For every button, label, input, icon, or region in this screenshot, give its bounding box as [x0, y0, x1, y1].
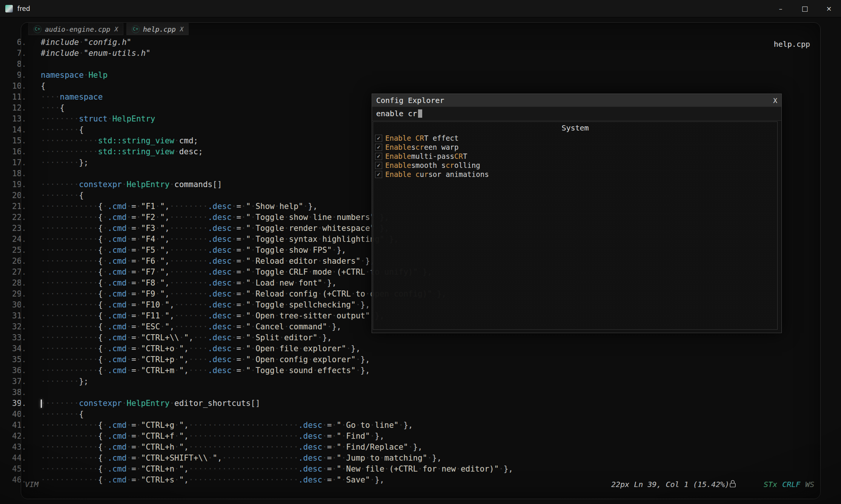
whitespace-dots: ·	[136, 213, 141, 222]
code-token: =	[237, 355, 241, 364]
config-option[interactable]: ✓Enable multi-pass CRT	[373, 152, 777, 161]
code-token: "F3	[141, 224, 155, 233]
code-token: },	[360, 355, 370, 364]
code-text: ········constexpr·HelpEntry·editor_short…	[41, 398, 260, 409]
tab-close-icon[interactable]: X	[180, 26, 184, 33]
code-token: Split	[255, 333, 279, 342]
tab-help-cpp[interactable]: C+help.cppX	[126, 23, 189, 35]
code-text: ············{·.cmd·=·"CTRL+o·",····.desc…	[41, 343, 360, 354]
code-token: Toggle	[255, 246, 284, 255]
whitespace-dots: ·	[251, 267, 255, 277]
code-token: #include	[41, 49, 79, 58]
whitespace-dots: ·	[284, 246, 289, 255]
whitespace-dots: ·	[398, 421, 403, 430]
code-token: .cmd	[108, 355, 127, 364]
code-token: .cmd	[108, 311, 127, 320]
popup-close-icon[interactable]: X	[773, 97, 777, 104]
code-token: =	[237, 366, 241, 375]
whitespace-dots: ·	[418, 464, 423, 473]
code-token: =	[237, 202, 241, 211]
editor-screen: C+audio-engine.cppXC+help.cppX help.cpp …	[0, 17, 841, 504]
code-token: =	[237, 246, 241, 255]
whitespace-dots: ·	[103, 278, 108, 287]
code-text: #include·"enum-utils.h"	[41, 48, 151, 59]
config-search-input[interactable]: enable cr	[372, 107, 781, 121]
whitespace-dots: ············	[41, 464, 98, 473]
checkbox-checked-icon[interactable]: ✓	[375, 171, 382, 178]
checkbox-checked-icon[interactable]: ✓	[375, 153, 382, 160]
code-token: {	[98, 421, 103, 430]
code-token: .cmd	[108, 278, 127, 287]
code-text: ············{·.cmd·=·"CTRL+m·",····.desc…	[41, 365, 370, 376]
code-token: to	[370, 453, 380, 463]
code-token: "	[165, 311, 170, 320]
whitespace-dots: ·	[384, 464, 389, 473]
code-token: "	[246, 246, 251, 255]
whitespace-dots: ·	[332, 267, 337, 277]
whitespace-dots: ·	[322, 278, 327, 287]
whitespace-dots: ············	[41, 344, 98, 353]
config-option[interactable]: ✓Enable CRT effect	[373, 134, 777, 143]
whitespace-dots: ·	[136, 202, 141, 211]
checkbox-checked-icon[interactable]: ✓	[375, 135, 382, 142]
code-token: .cmd	[108, 267, 127, 277]
whitespace-dots: ·	[341, 432, 346, 441]
code-token: .desc	[208, 344, 232, 353]
whitespace-dots: ·	[313, 366, 318, 375]
code-token: ,	[165, 257, 170, 266]
code-token: "F11	[141, 311, 160, 320]
whitespace-dots: ············	[41, 333, 98, 342]
close-button[interactable]: ×	[817, 0, 841, 17]
minimize-button[interactable]: –	[769, 0, 793, 17]
whitespace-dots: ·	[251, 300, 255, 309]
whitespace-dots: ·	[251, 213, 255, 222]
code-token: {	[98, 289, 103, 298]
code-token: =	[131, 443, 136, 452]
code-token: file	[279, 344, 298, 353]
code-text: ············{·.cmd·=·"F2·",········.desc…	[41, 212, 389, 223]
line-number: 45.	[0, 464, 26, 475]
checkbox-checked-icon[interactable]: ✓	[375, 144, 382, 151]
line-number: 39.	[0, 398, 26, 409]
tab-close-icon[interactable]: X	[114, 26, 118, 33]
whitespace-dots: ·	[127, 311, 132, 320]
code-token: =	[237, 267, 241, 277]
code-text: ············std::string_view·cmd;	[41, 135, 198, 146]
code-token: "F6	[141, 257, 155, 266]
code-token: .desc	[208, 257, 232, 266]
code-token: =	[237, 213, 241, 222]
code-token: ,	[184, 421, 189, 430]
code-token: =	[131, 333, 136, 342]
code-token: HelpEntry	[127, 180, 170, 189]
code-token: "	[246, 202, 251, 211]
popup-titlebar[interactable]: Config Explorer X	[372, 94, 781, 107]
code-token: {	[98, 443, 103, 452]
config-option[interactable]: ✓Enable smooth scrolling	[373, 161, 777, 170]
match-highlight: r	[424, 170, 428, 178]
whitespace-dots: ········	[41, 158, 79, 167]
maximize-button[interactable]: □	[793, 0, 817, 17]
config-option[interactable]: ✓Enable screen warp	[373, 143, 777, 152]
code-token: .desc	[208, 246, 232, 255]
code-token: struct	[79, 114, 108, 123]
code-token: "CTRL+f	[141, 432, 175, 441]
code-token: =	[237, 235, 241, 244]
whitespace-dots: ·	[318, 257, 323, 266]
code-text: ············std::string_view·desc;	[41, 146, 203, 157]
code-token: namespace	[41, 71, 84, 80]
whitespace-dots: ········	[41, 180, 79, 189]
whitespace-dots: ········	[41, 191, 79, 200]
code-token: "	[246, 366, 251, 375]
whitespace-dots: ·	[103, 464, 108, 473]
code-token: "	[246, 235, 251, 244]
whitespace-dots: ·	[174, 432, 179, 441]
tab-audio-engine-cpp[interactable]: C+audio-engine.cppX	[28, 23, 123, 35]
checkbox-checked-icon[interactable]: ✓	[375, 162, 382, 169]
whitespace-dots: ·	[360, 464, 365, 473]
whitespace-dots: ·	[232, 224, 237, 233]
code-token: "	[246, 278, 251, 287]
match-highlight: Enable	[385, 152, 411, 160]
config-option[interactable]: ✓Enable cursor animations	[373, 170, 777, 179]
whitespace-dots: ········	[41, 125, 79, 134]
whitespace-dots: ·	[174, 464, 179, 473]
